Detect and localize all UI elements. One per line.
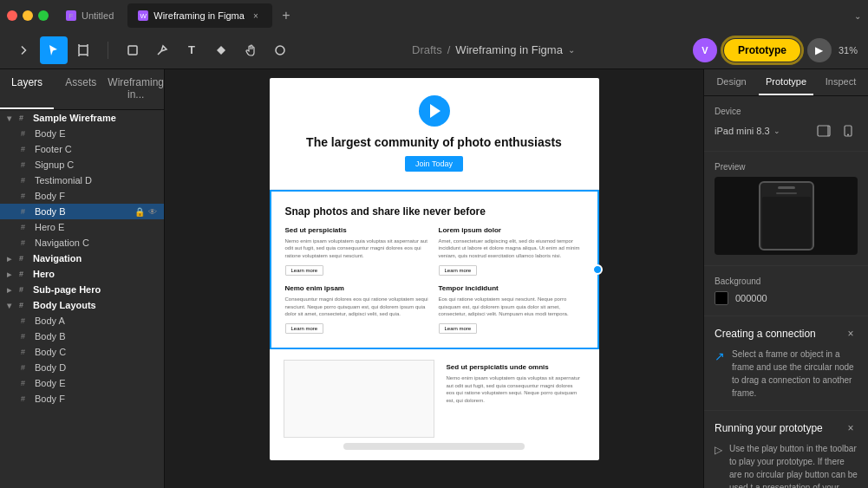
layer-body-d[interactable]: # Body D: [0, 360, 164, 375]
minimize-window-btn[interactable]: [23, 10, 33, 21]
tool-group-shapes: T: [119, 36, 294, 64]
expand-icon: ▸: [7, 285, 16, 295]
hand-tool-btn[interactable]: [237, 36, 264, 64]
tab-wireframing[interactable]: Wireframing in...: [108, 69, 164, 109]
system-controls: ⌄: [854, 11, 861, 21]
device-section: Device iPad mini 8.3 ⌄: [704, 96, 868, 152]
tab-prototype[interactable]: Prototype: [759, 69, 813, 95]
panel-tab-bar: Layers Assets Wireframing in...: [0, 69, 164, 110]
svg-rect-0: [79, 46, 88, 55]
device-selector[interactable]: iPad mini 8.3 ⌄: [715, 126, 780, 136]
hero-section: The largest community of photo enthusias…: [270, 78, 599, 190]
background-color-swatch[interactable]: [715, 291, 728, 305]
layer-label: Hero E: [35, 222, 64, 232]
connection-arrow-icon: ↗: [715, 349, 725, 363]
tablet-view-btn[interactable]: [814, 121, 833, 140]
layer-body-a[interactable]: # Body A: [0, 313, 164, 329]
cc-close-btn[interactable]: ×: [844, 327, 858, 341]
card-text: Amet, consectetuer adipiscing elit, sed …: [439, 237, 584, 259]
tool-group-left: [10, 36, 97, 64]
learn-more-btn-3[interactable]: Learn more: [285, 323, 324, 334]
learn-more-btn-4[interactable]: Learn more: [439, 323, 478, 334]
layer-label: Testimonial D: [35, 175, 92, 185]
layer-hero-e[interactable]: # Hero E: [0, 219, 164, 235]
toolbar: T Drafts / Wireframing in Figma ⌄ V Prot…: [0, 31, 868, 69]
layer-hero[interactable]: ▸ # Hero: [0, 266, 164, 282]
play-btn[interactable]: ▶: [807, 38, 832, 62]
bg-row: 000000: [715, 291, 858, 305]
text-tool-btn[interactable]: T: [178, 36, 206, 64]
layer-testimonial-d[interactable]: # Testimonial D: [0, 172, 164, 188]
device-label: Device: [715, 107, 858, 116]
layer-body-b[interactable]: # Body B 🔒 👁: [0, 204, 164, 219]
body-title: Snap photos and share like never before: [285, 205, 584, 218]
select-tool-btn[interactable]: [40, 36, 68, 64]
layer-subpage-hero[interactable]: ▸ # Sub-page Hero: [0, 282, 164, 297]
layer-body-b2[interactable]: # Body B: [0, 329, 164, 344]
prototype-btn[interactable]: Prototype: [724, 39, 800, 62]
tab-label: Untitled: [82, 10, 114, 21]
background-section: Background 000000: [704, 266, 868, 316]
frame-icon: #: [21, 207, 31, 216]
layer-footer-c[interactable]: # Footer C: [0, 141, 164, 157]
lock-icon[interactable]: 🔒: [134, 207, 145, 217]
layer-label: Sub-page Hero: [33, 284, 101, 295]
rp-close-btn[interactable]: ×: [844, 421, 858, 435]
body-card-2: Lorem ipsum dolor Amet, consectetuer adi…: [439, 226, 584, 276]
learn-more-btn-1[interactable]: Learn more: [285, 265, 324, 276]
layer-label: Body E: [35, 128, 65, 139]
frame-icon: #: [19, 301, 29, 309]
card-text: Nemo enim ipsam voluptatem quia voluptas…: [285, 237, 430, 259]
frame-icon: #: [21, 394, 31, 403]
pen-tool-btn[interactable]: [148, 36, 176, 64]
layer-label: Body A: [35, 316, 65, 326]
layer-label: Body E: [35, 378, 65, 388]
layer-body-e2[interactable]: # Body E: [0, 375, 164, 391]
toolbar-file-name[interactable]: Wireframing in Figma: [455, 43, 563, 56]
layer-label: Sample Wireframe: [33, 113, 116, 123]
footer-section: Sed ut perspiciatis unde omnis Nemo enim…: [270, 353, 599, 457]
tab-close-btn[interactable]: ×: [250, 10, 262, 22]
new-tab-btn[interactable]: +: [276, 5, 297, 26]
component-tool-btn[interactable]: [207, 36, 235, 64]
tab-layers[interactable]: Layers: [0, 69, 54, 109]
card-title: Tempor incididunt: [439, 284, 584, 292]
body-section[interactable]: Snap photos and share like never before …: [270, 190, 599, 349]
wireframe-frame[interactable]: The largest community of photo enthusias…: [270, 78, 599, 460]
layer-label: Hero: [33, 269, 55, 279]
layer-sample-wireframe[interactable]: ▾ # Sample Wireframe: [0, 110, 164, 126]
learn-more-btn-2[interactable]: Learn more: [439, 265, 478, 276]
tab-design[interactable]: Design: [704, 69, 759, 95]
layer-body-c[interactable]: # Body C: [0, 344, 164, 360]
layer-body-layouts[interactable]: ▾ # Body Layouts: [0, 297, 164, 313]
toolbar-chevron[interactable]: ⌄: [568, 45, 575, 55]
maximize-window-btn[interactable]: [38, 10, 49, 21]
shape-tool-btn[interactable]: [119, 36, 147, 64]
layer-nav-c[interactable]: # Navigation C: [0, 235, 164, 251]
layer-body-f2[interactable]: # Body F: [0, 391, 164, 407]
tab-inspect[interactable]: Inspect: [813, 69, 868, 95]
right-panel: Design Prototype Inspect Device iPad min…: [703, 69, 868, 488]
connection-node[interactable]: [592, 264, 603, 275]
eye-icon[interactable]: 👁: [148, 207, 157, 217]
main-layout: Layers Assets Wireframing in... ▾ # Samp…: [0, 69, 868, 488]
footer-card-title: Sed ut perspiciatis unde omnis: [447, 363, 582, 371]
comment-tool-btn[interactable]: [266, 36, 294, 64]
frame-tool-btn[interactable]: [69, 36, 97, 64]
layer-signup-c[interactable]: # Signup C: [0, 157, 164, 172]
phone-view-btn[interactable]: [839, 121, 858, 140]
close-window-btn[interactable]: [7, 10, 17, 21]
main-menu-btn[interactable]: [10, 36, 38, 64]
layer-body-f[interactable]: # Body F: [0, 188, 164, 204]
tab-assets[interactable]: Assets: [54, 69, 108, 109]
layer-navigation[interactable]: ▸ # Navigation: [0, 251, 164, 266]
tab-untitled[interactable]: F Untitled: [55, 3, 124, 28]
titlebar: F Untitled W Wireframing in Figma × + ⌄: [0, 0, 868, 31]
layer-label: Navigation C: [35, 237, 89, 248]
join-today-btn[interactable]: Join Today: [405, 156, 463, 172]
creating-connection-section: Creating a connection × ↗ Select a frame…: [704, 316, 868, 411]
tab-wireframing[interactable]: W Wireframing in Figma ×: [127, 3, 272, 28]
layer-body-e[interactable]: # Body E: [0, 126, 164, 141]
svg-rect-5: [128, 46, 137, 55]
canvas: The largest community of photo enthusias…: [165, 69, 703, 488]
